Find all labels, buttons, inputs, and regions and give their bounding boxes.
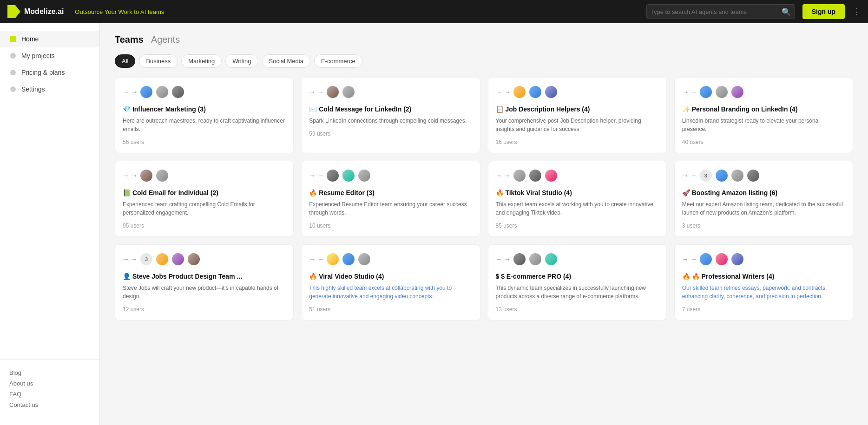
card-description: Experienced team crafting compelling Col… [123,200,286,217]
avatar [528,252,542,266]
avatar [342,252,355,266]
header-dots[interactable]: ⋮ [852,7,861,17]
avatar-count: 3 [699,169,713,183]
card-influencer-marketing[interactable]: → → 💎 Influencer Marketing (3) Here are … [115,77,294,153]
tagline: Outsource Your Work to AI teams [75,8,164,15]
card-users: 85 users [496,222,659,229]
main-tabs: Teams Agents [115,34,853,45]
sidebar-item-label: Home [21,35,39,43]
sidebar-item-my-projects[interactable]: My projects [0,47,99,64]
arrow-icon: → [690,88,697,96]
avatar [528,85,542,99]
card-viral-video-studio[interactable]: → → 🔥 Viral Video Studio (4) This highly… [301,244,480,320]
arrow-icon: → [317,88,324,96]
card-avatars: → → [309,252,472,266]
sidebar-item-pricing-plans[interactable]: Pricing & plans [0,64,99,81]
avatar [139,169,153,183]
avatar [357,169,371,183]
avatar [326,169,340,183]
card-description: This dynamic team specializes in success… [496,284,659,301]
card-avatars: → → [496,169,659,183]
avatar [544,252,558,266]
filter-all[interactable]: All [115,54,135,68]
arrow-icon: → [123,88,129,96]
card-users: 13 users [496,306,659,313]
projects-icon [9,52,17,59]
filter-writing[interactable]: Writing [225,54,258,68]
search-icon[interactable]: 🔍 [782,7,791,16]
card-title: 🔥 🔥 Professional Writers (4) [682,273,845,280]
card-users: 10 users [309,222,472,229]
logo[interactable]: Modelize.ai [7,5,64,18]
sidebar-nav: Home My projects Pricing & plans Setting… [0,31,99,360]
footer-link-faq[interactable]: FAQ [9,389,90,399]
avatar [730,85,744,99]
filter-business[interactable]: Business [139,54,178,68]
signup-button[interactable]: Sign up [802,4,845,19]
filter-marketing[interactable]: Marketing [181,54,222,68]
search-bar: 🔍 [646,4,795,19]
card-description: This expert team excels at working with … [496,200,659,217]
settings-icon [9,85,17,93]
card-cold-message-linkedin[interactable]: → → ✉️ Cold Message for LinkedIn (2) Spa… [301,77,480,153]
avatar [513,85,526,99]
card-users: 12 users [123,306,286,313]
tab-agents[interactable]: Agents [151,34,180,45]
arrow-icon: → [690,255,697,263]
filter-social-media[interactable]: Social Media [262,54,310,68]
sidebar-footer: Blog About us FAQ Contact us [0,360,99,418]
avatar [544,169,558,183]
arrow-icon: → [317,255,324,263]
avatar-count: 3 [139,252,153,266]
sidebar-item-settings[interactable]: Settings [0,81,99,98]
card-users: 95 users [123,222,286,229]
pricing-icon [9,69,17,76]
arrow-icon: → [123,172,129,179]
avatar [715,85,729,99]
card-description: This highly skilled team excels at colla… [309,284,472,301]
search-input[interactable] [651,8,778,15]
card-avatars: → →3 [682,169,845,183]
card-professional-writers[interactable]: → → 🔥 🔥 Professional Writers (4) Our ski… [674,244,853,320]
card-personal-branding-linkedin[interactable]: → → ✨ Personal Branding on LinkedIn (4) … [674,77,853,153]
card-avatars: → → [309,169,472,183]
card-ecommerce-pro[interactable]: → → $ $ E-commerce PRO (4) This dynamic … [488,244,667,320]
arrow-icon: → [682,172,689,179]
avatar [155,169,169,183]
card-description: Steve Jobs will craft your new product—i… [123,284,286,301]
tab-teams[interactable]: Teams [115,34,144,45]
card-description: Experienced Resume Editor team ensuring … [309,200,472,217]
card-users: 59 users [309,131,472,137]
card-boosting-amazon[interactable]: → →3 🚀 Boosting Amazon listing (6) Meet … [674,161,853,237]
sidebar-item-home[interactable]: Home [0,31,99,47]
arrow-icon: → [309,255,316,263]
sidebar-item-label: Settings [21,85,45,93]
card-title: ✨ Personal Branding on LinkedIn (4) [682,105,845,113]
filter-bar: All Business Marketing Writing Social Me… [115,54,853,68]
filter-ecommerce[interactable]: E-commerce [314,54,362,68]
card-steve-jobs-product[interactable]: → →3 👤 Steve Jobs Product Design Team ..… [115,244,294,320]
footer-link-contact[interactable]: Contact us [9,399,90,410]
arrow-icon: → [496,172,502,179]
avatar [187,252,201,266]
avatar [730,252,744,266]
footer-link-blog[interactable]: Blog [9,367,90,378]
avatar [171,85,185,99]
card-cold-email-individual[interactable]: → → 📗 Cold Email for Individual (2) Expe… [115,161,294,237]
card-tiktok-viral-studio[interactable]: → → 🔥 Tiktok Viral Studio (4) This exper… [488,161,667,237]
card-users: 3 users [682,222,845,229]
card-resume-editor[interactable]: → → 🔥 Resume Editor (3) Experienced Resu… [301,161,480,237]
card-avatars: → → [123,169,286,183]
sidebar-item-label: My projects [21,52,55,59]
footer-link-about[interactable]: About us [9,378,90,389]
card-title: 🔥 Tiktok Viral Studio (4) [496,189,659,196]
avatar [699,85,713,99]
card-job-description-helpers[interactable]: → → 📋 Job Description Helpers (4) Your c… [488,77,667,153]
card-description: Meet our expert Amazon listing team, ded… [682,200,845,217]
card-title: 💎 Influencer Marketing (3) [123,105,286,113]
arrow-icon: → [496,255,502,263]
card-description: Our skilled team refines essays, paperwo… [682,284,845,301]
arrow-icon: → [690,172,697,179]
arrow-icon: → [131,255,138,263]
avatar [155,85,169,99]
